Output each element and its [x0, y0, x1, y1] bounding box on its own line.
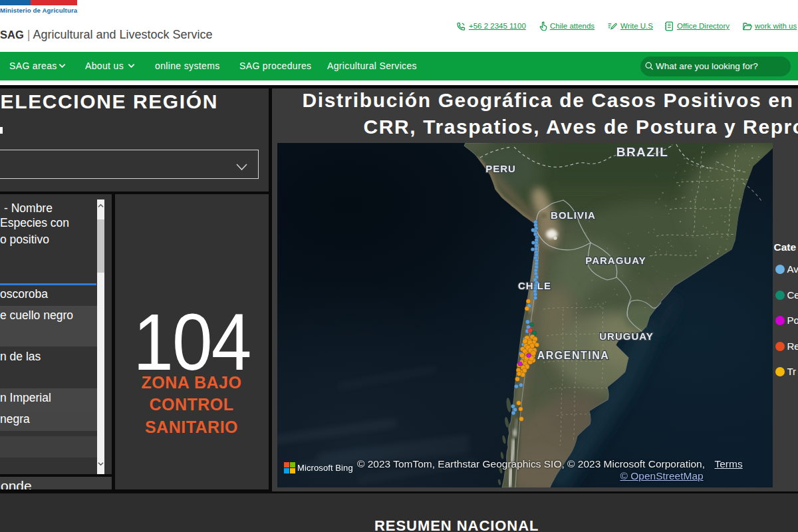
svg-text:BRAZIL: BRAZIL	[616, 145, 668, 159]
svg-text:PARAGUAY: PARAGUAY	[585, 255, 646, 266]
svg-text:ARGENTINA: ARGENTINA	[537, 350, 609, 361]
svg-text:BOLIVIA: BOLIVIA	[551, 209, 596, 221]
svg-text:URUGUAY: URUGUAY	[599, 331, 653, 342]
svg-text:PERU: PERU	[485, 163, 516, 174]
